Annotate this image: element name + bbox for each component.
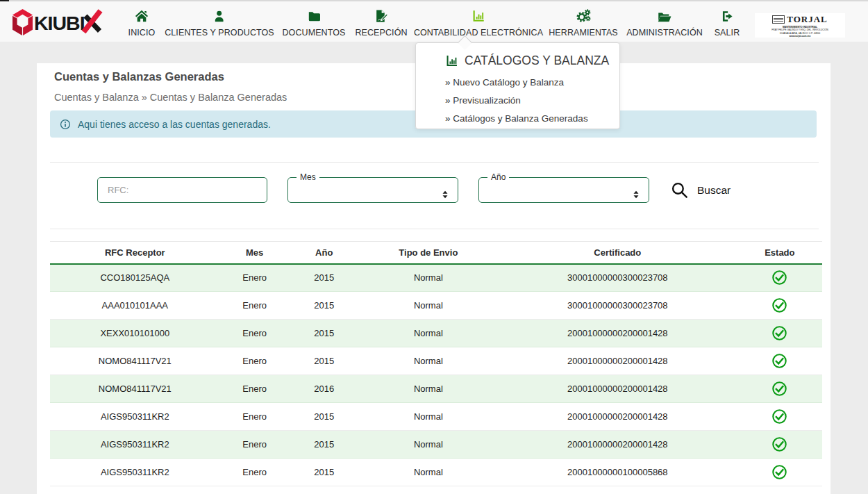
col-rfc-receptor: RFC Receptor	[50, 242, 220, 264]
anio-select-label: Año	[487, 172, 509, 182]
nav-item-administracion[interactable]: ADMINISTRACIÓN	[626, 1, 703, 42]
col-tipo-de-envio: Tipo de Envio	[359, 242, 498, 264]
torjal-company-logo: TORJAL MANTENIMIENTO INDUSTRIAL FRAY FEL…	[755, 13, 845, 38]
col-estado: Estado	[737, 242, 822, 264]
table-row: AIGS950311KR2Enero2015Normal200010000002…	[50, 403, 822, 431]
kiubix-logo[interactable]: KIUBI	[11, 8, 103, 37]
contabilidad-dropdown-menu: CATÁLOGOS Y BALANZA » Nuevo Catálogo y B…	[415, 42, 620, 129]
check-circle-icon	[771, 297, 787, 313]
buscar-label: Buscar	[697, 184, 731, 197]
page-title: Cuentas y Balanzas Generadas	[54, 70, 224, 83]
bar-chart-icon	[471, 9, 485, 23]
col-anio: Año	[290, 242, 359, 264]
rfc-input[interactable]	[97, 177, 267, 203]
check-circle-icon	[771, 464, 787, 480]
user-icon	[212, 9, 226, 23]
check-circle-icon	[771, 409, 787, 425]
dropdown-title: CATÁLOGOS Y BALANZA	[465, 53, 609, 68]
search-icon	[671, 181, 688, 199]
col-mes: Mes	[220, 242, 290, 264]
folder-open-icon	[658, 9, 672, 23]
table-row: CCO180125AQAEnero2015Normal3000100000030…	[50, 264, 822, 292]
table-row: NOMO841117V21Enero2015Normal200010000002…	[50, 347, 822, 375]
table-row: AIGS950311KR2Enero2015Normal200010000002…	[50, 431, 822, 459]
nav-item-documentos[interactable]: DOCUMENTOS	[282, 1, 345, 42]
home-icon	[135, 9, 149, 23]
kiubix-x	[84, 11, 101, 33]
check-circle-icon	[771, 436, 787, 452]
table-row: NOMO841117V21Enero2016Normal200010000002…	[50, 375, 822, 403]
nav-item-inicio[interactable]: INICIO	[128, 1, 156, 42]
table-row: AAA010101AAAEnero2015Normal3000100000030…	[50, 292, 822, 320]
anio-select[interactable]: Año	[478, 172, 649, 203]
check-circle-icon	[771, 353, 787, 369]
select-arrows-icon	[631, 188, 641, 201]
nav-item-clientes-y-productos[interactable]: CLIENTES Y PRODUCTOS	[165, 1, 274, 42]
dropdown-header: CATÁLOGOS Y BALANZA	[445, 53, 619, 68]
nav-item-salir[interactable]: SALIR	[715, 1, 740, 42]
mes-select-label: Mes	[297, 172, 319, 182]
top-navbar: KIUBI INICIO CLIENTES Y PRODUCTOS DOCUME…	[0, 1, 868, 42]
gears-icon	[576, 9, 591, 23]
buscar-button[interactable]: Buscar	[671, 177, 731, 203]
check-circle-icon	[771, 270, 787, 286]
table-header-row: RFC Receptor Mes Año Tipo de Envio Certi…	[50, 242, 822, 264]
divider	[50, 229, 819, 229]
info-icon	[59, 118, 72, 131]
nav-item-recepcion[interactable]: RECEPCIÓN	[355, 1, 407, 42]
info-alert-text: Aqui tienes acceso a las cuentas generad…	[78, 119, 271, 130]
divider	[50, 162, 819, 163]
folder-icon	[307, 9, 321, 23]
nav-item-herramientas[interactable]: HERRAMIENTAS	[549, 1, 618, 42]
torjal-address: MANTENIMIENTO INDUSTRIAL FRAY FELIPE GAL…	[757, 26, 843, 38]
check-circle-icon	[771, 325, 787, 341]
menu-item-previsualizacion[interactable]: » Previsualización	[445, 92, 619, 110]
table-row: AIGS950311KR2Enero2015Normal200010000001…	[50, 459, 822, 486]
breadcrumb: Cuentas y Balanza » Cuentas y Balanza Ge…	[54, 92, 287, 103]
torjal-stamp-graphic	[772, 15, 785, 24]
sign-out-icon	[720, 9, 733, 23]
mes-select[interactable]: Mes	[287, 172, 458, 203]
torjal-name: TORJAL	[787, 14, 828, 25]
menu-item-nuevo-catalogo-y-balanza[interactable]: » Nuevo Catálogo y Balanza	[445, 74, 619, 92]
file-pen-icon	[374, 9, 389, 23]
table-row: XEXX010101000Enero2015Normal200010000002…	[50, 320, 822, 347]
select-arrows-icon	[440, 188, 450, 201]
nav-item-contabilidad-electronica[interactable]: CONTABILIDAD ELECTRÓNICA	[414, 1, 543, 42]
kiubix-wordmark: KIUBI	[34, 12, 85, 34]
col-certificado: Certificado	[498, 242, 737, 264]
kiubix-cube-icon	[12, 9, 33, 35]
menu-item-catalogos-y-balanza-generadas[interactable]: » Catálogos y Balanza Generadas	[445, 110, 619, 128]
bar-chart-icon	[445, 54, 458, 67]
check-circle-icon	[771, 381, 787, 397]
window-top-edge	[0, 0, 868, 1]
results-table: RFC Receptor Mes Año Tipo de Envio Certi…	[50, 241, 822, 486]
